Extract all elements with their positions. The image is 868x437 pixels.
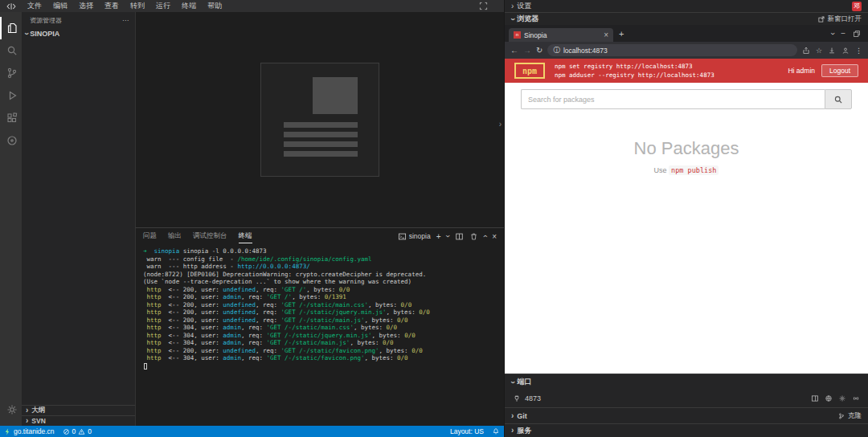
bookmark-star-icon[interactable]: ☆ <box>816 47 822 55</box>
npm-favicon: n <box>514 31 521 39</box>
explorer-icon[interactable] <box>0 17 22 39</box>
terminal-dropdown-icon[interactable]: › <box>444 235 452 237</box>
chevron-down-icon: › <box>509 381 517 383</box>
menu-终端[interactable]: 终端 <box>176 1 202 11</box>
section-outline[interactable]: › 大纲 <box>22 405 135 415</box>
problems-indicator[interactable]: 0 0 <box>59 426 96 437</box>
section-services[interactable]: › 服务 <box>505 423 868 437</box>
expand-panel-chevron-icon[interactable]: › <box>499 120 502 129</box>
popout-browser-icon[interactable] <box>853 30 861 38</box>
open-new-window-button[interactable]: 新窗口打开 <box>817 14 862 24</box>
npm-logo: npm <box>514 63 545 79</box>
chevron-right-icon: › <box>511 427 514 435</box>
menu-bar: 文件编辑选择查看转到运行终端帮助 <box>22 1 227 11</box>
menu-编辑[interactable]: 编辑 <box>47 1 73 11</box>
menu-帮助[interactable]: 帮助 <box>202 1 227 11</box>
url-text: localhost:4873 <box>563 47 608 55</box>
remote-explorer-icon[interactable] <box>0 129 22 152</box>
open-in-browser-globe-icon[interactable] <box>825 394 833 402</box>
menu-运行[interactable]: 运行 <box>150 1 176 11</box>
menu-查看[interactable]: 查看 <box>99 1 125 11</box>
section-git[interactable]: › Git 克隆 <box>505 407 868 423</box>
app-logo-icon <box>0 2 22 10</box>
keyboard-layout-indicator[interactable]: Layout: US <box>446 427 488 435</box>
terminal-line: http <-- 200, user: undefined, req: 'GET… <box>143 308 504 317</box>
package-search-input[interactable] <box>521 89 825 109</box>
chevron-right-icon: › <box>511 412 514 420</box>
open-preview-icon[interactable] <box>811 394 819 402</box>
port-plug-icon <box>513 394 521 402</box>
menu-文件[interactable]: 文件 <box>22 1 47 11</box>
git-section-label: Git <box>517 412 527 420</box>
tab-list-chevron-icon[interactable]: › <box>828 32 836 35</box>
port-row-4873[interactable]: 4873 <box>505 390 868 407</box>
customize-layout-icon[interactable] <box>479 2 488 10</box>
menu-选择[interactable]: 选择 <box>73 1 99 11</box>
open-new-window-label: 新窗口打开 <box>828 14 862 24</box>
explorer-sidebar: 资源管理器 ⋯ › SINOPIA › 大纲 › SVN <box>22 12 135 426</box>
activity-bar <box>0 12 22 426</box>
terminal-output[interactable]: ➜ sinopia sinopia -l 0.0.0.0:4873 warn -… <box>136 244 504 370</box>
publish-hint: Use npm publish <box>505 166 868 174</box>
terminal-line: http <-- 304, user: admin, req: 'GET /-/… <box>143 339 504 347</box>
new-terminal-icon[interactable]: + <box>436 232 441 241</box>
address-bar[interactable]: ⓘ localhost:4873 <box>547 44 797 56</box>
section-browser[interactable]: › 浏览器 新窗口打开 <box>505 12 868 25</box>
explorer-more-actions-icon[interactable]: ⋯ <box>122 17 129 24</box>
forward-button[interactable]: → <box>523 46 531 55</box>
terminal-line: http <-- 200, user: admin, req: 'GET /',… <box>143 293 504 301</box>
settings-gear-icon[interactable] <box>0 398 22 421</box>
new-tab-button[interactable]: + <box>613 29 629 39</box>
panel-tab-问题[interactable]: 问题 <box>143 229 157 243</box>
notifications-bell-icon[interactable] <box>488 427 504 435</box>
menu-转到[interactable]: 转到 <box>125 1 150 11</box>
section-settings[interactable]: › 设置 邓 <box>505 0 868 12</box>
terminal-picker[interactable]: sinopia <box>398 232 431 241</box>
source-control-icon[interactable] <box>0 62 22 84</box>
minimize-browser-icon[interactable]: − <box>841 29 845 38</box>
folder-name: SINOPIA <box>30 30 59 38</box>
search-button[interactable] <box>825 89 852 109</box>
extensions-icon[interactable] <box>0 107 22 129</box>
terminal-line: warn --- http address - http://0.0.0.0:4… <box>143 263 504 271</box>
site-info-icon[interactable]: ⓘ <box>553 46 560 55</box>
panel-tab-输出[interactable]: 输出 <box>168 229 182 243</box>
downloads-icon[interactable] <box>828 47 836 55</box>
npm-publish-code: npm publish <box>669 165 719 175</box>
panel-tab-调试控制台[interactable]: 调试控制台 <box>193 229 227 243</box>
logout-button[interactable]: Logout <box>821 64 858 77</box>
folder-sinopia[interactable]: › SINOPIA <box>22 28 135 39</box>
git-clone-button[interactable]: 克隆 <box>837 411 862 421</box>
section-ports[interactable]: › 端口 <box>505 374 868 390</box>
search-icon[interactable] <box>0 39 22 62</box>
browser-menu-icon[interactable]: ⋮ <box>855 47 862 55</box>
close-panel-icon[interactable]: × <box>492 232 497 241</box>
remote-host-label: go.titanide.cn <box>14 427 55 435</box>
profile-icon[interactable] <box>841 47 850 55</box>
broadcast-icon[interactable] <box>852 394 860 402</box>
maximize-panel-icon[interactable]: › <box>481 235 489 237</box>
back-button[interactable]: ← <box>510 46 518 55</box>
panel-tab-终端[interactable]: 终端 <box>239 229 252 243</box>
browser-tab-sinopia[interactable]: n Sinopia × <box>509 28 613 42</box>
reload-button[interactable]: ↻ <box>536 46 542 55</box>
greeting-text: Hi admin <box>788 67 815 75</box>
share-icon[interactable] <box>802 47 810 55</box>
editor-area: › <box>135 12 504 227</box>
port-settings-gear-icon[interactable] <box>838 394 846 402</box>
split-terminal-icon[interactable] <box>455 232 464 241</box>
terminal-line: warn --- config file - /home/ide/.config… <box>143 255 504 263</box>
chevron-right-icon: › <box>26 417 28 425</box>
section-svn[interactable]: › SVN <box>22 415 135 426</box>
remote-indicator[interactable]: go.titanide.cn <box>0 426 59 437</box>
editor-watermark <box>260 63 379 177</box>
kill-terminal-icon[interactable] <box>469 232 478 241</box>
layout-label: Layout: US <box>450 427 484 435</box>
terminal-name: sinopia <box>409 232 431 240</box>
user-avatar[interactable]: 邓 <box>852 2 862 11</box>
settings-label: 设置 <box>517 1 531 11</box>
empty-state: No Packages Use npm publish <box>505 138 868 174</box>
watermark-text-bar <box>284 122 358 128</box>
run-debug-icon[interactable] <box>0 84 22 107</box>
tab-close-icon[interactable]: × <box>604 31 608 39</box>
